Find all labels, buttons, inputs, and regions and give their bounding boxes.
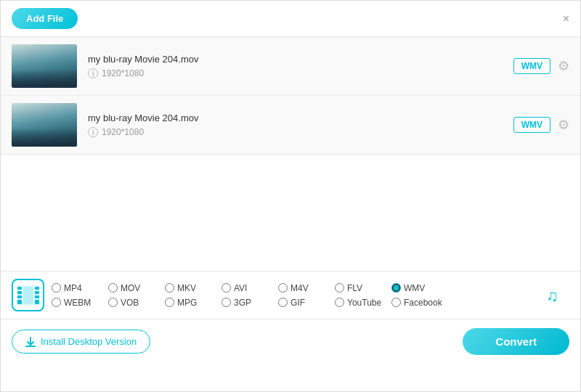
svg-rect-7 bbox=[35, 295, 39, 298]
settings-icon[interactable]: ⚙ bbox=[558, 58, 569, 74]
file-name: my blu-ray Movie 204.mov bbox=[88, 113, 503, 123]
info-icon: i bbox=[88, 68, 98, 78]
empty-area bbox=[1, 155, 580, 271]
format-badge[interactable]: WMV bbox=[513, 117, 550, 133]
format-option-m4v[interactable]: M4V bbox=[278, 283, 329, 293]
format-option-vob[interactable]: VOB bbox=[108, 298, 159, 308]
video-format-icon[interactable] bbox=[12, 279, 44, 311]
install-desktop-button[interactable]: Install Desktop Version bbox=[12, 330, 150, 354]
file-resolution: 1920*1080 bbox=[102, 127, 144, 137]
svg-rect-9 bbox=[23, 287, 33, 304]
format-row-1: MP4 MOV MKV AVI M4V FLV WMV bbox=[52, 283, 533, 293]
format-option-wmv[interactable]: WMV bbox=[391, 283, 442, 293]
close-button[interactable]: × bbox=[563, 13, 569, 25]
svg-rect-6 bbox=[35, 291, 39, 294]
audio-format-icon[interactable]: ♫ bbox=[540, 281, 569, 310]
format-option-3gp[interactable]: 3GP bbox=[222, 298, 272, 308]
format-options: MP4 MOV MKV AVI M4V FLV WMV W bbox=[52, 283, 533, 308]
svg-text:♫: ♫ bbox=[546, 287, 558, 305]
format-option-facebook[interactable]: Facebook bbox=[391, 298, 442, 308]
svg-rect-1 bbox=[17, 287, 22, 290]
file-name: my blu-ray Movie 204.mov bbox=[88, 54, 503, 65]
format-option-flv[interactable]: FLV bbox=[335, 283, 386, 293]
format-option-webm[interactable]: WEBM bbox=[52, 298, 102, 308]
svg-rect-4 bbox=[17, 300, 22, 304]
install-label: Install Desktop Version bbox=[41, 336, 137, 347]
svg-rect-3 bbox=[17, 295, 22, 298]
format-row-2: WEBM VOB MPG 3GP GIF YouTube Facebook bbox=[52, 298, 533, 308]
file-thumbnail bbox=[12, 44, 77, 88]
file-thumbnail bbox=[12, 103, 77, 147]
file-list: my blu-ray Movie 204.mov i 1920*1080 WMV… bbox=[1, 36, 580, 155]
info-icon: i bbox=[88, 127, 98, 137]
film-icon bbox=[17, 285, 40, 306]
music-note-icon: ♫ bbox=[545, 285, 565, 306]
format-option-youtube[interactable]: YouTube bbox=[335, 298, 386, 308]
file-item: my blu-ray Movie 204.mov i 1920*1080 WMV… bbox=[1, 37, 580, 96]
file-meta: i 1920*1080 bbox=[88, 127, 503, 137]
header: Add File × bbox=[1, 1, 580, 36]
format-option-mov[interactable]: MOV bbox=[108, 283, 159, 293]
file-item: my blu-ray Movie 204.mov i 1920*1080 WMV… bbox=[1, 96, 580, 154]
add-file-button[interactable]: Add File bbox=[12, 8, 78, 29]
format-option-mp4[interactable]: MP4 bbox=[52, 283, 102, 293]
file-actions: WMV ⚙ bbox=[513, 117, 569, 133]
file-info: my blu-ray Movie 204.mov i 1920*1080 bbox=[77, 54, 513, 78]
format-option-mkv[interactable]: MKV bbox=[165, 283, 216, 293]
file-resolution: 1920*1080 bbox=[102, 68, 144, 78]
svg-rect-2 bbox=[17, 291, 22, 294]
format-option-mpg[interactable]: MPG bbox=[165, 298, 216, 308]
settings-icon[interactable]: ⚙ bbox=[558, 117, 569, 133]
file-info: my blu-ray Movie 204.mov i 1920*1080 bbox=[77, 113, 513, 137]
format-bar: MP4 MOV MKV AVI M4V FLV WMV W bbox=[1, 271, 580, 319]
format-option-gif[interactable]: GIF bbox=[278, 298, 329, 308]
file-meta: i 1920*1080 bbox=[88, 68, 503, 78]
format-badge[interactable]: WMV bbox=[513, 58, 550, 74]
file-actions: WMV ⚙ bbox=[513, 58, 569, 74]
format-option-avi[interactable]: AVI bbox=[222, 283, 272, 293]
convert-button[interactable]: Convert bbox=[463, 328, 569, 355]
download-icon bbox=[25, 337, 36, 347]
svg-rect-5 bbox=[35, 287, 39, 290]
footer: Install Desktop Version Convert bbox=[1, 319, 580, 364]
svg-rect-8 bbox=[35, 300, 39, 304]
